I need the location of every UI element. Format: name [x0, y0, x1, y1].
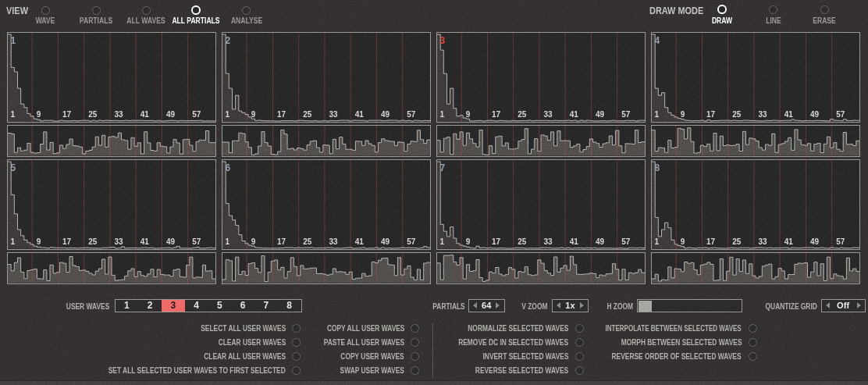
svg-text:9: 9 — [37, 110, 41, 119]
svg-text:25: 25 — [518, 110, 527, 119]
svg-text:49: 49 — [381, 110, 390, 119]
svg-text:49: 49 — [810, 237, 820, 245]
svg-text:1: 1 — [11, 110, 16, 119]
svg-text:33: 33 — [759, 237, 768, 245]
svg-text:5: 5 — [11, 162, 16, 173]
svg-text:25: 25 — [732, 110, 742, 119]
svg-text:25: 25 — [732, 237, 742, 245]
svg-text:25: 25 — [88, 237, 98, 245]
svg-text:57: 57 — [836, 237, 845, 245]
svg-text:17: 17 — [492, 237, 501, 245]
svg-text:25: 25 — [518, 237, 527, 245]
svg-text:1: 1 — [440, 237, 445, 245]
svg-text:41: 41 — [355, 110, 365, 119]
svg-text:9: 9 — [681, 237, 685, 245]
svg-text:49: 49 — [596, 110, 605, 119]
svg-text:1: 1 — [226, 237, 230, 245]
svg-text:17: 17 — [277, 237, 286, 245]
svg-text:9: 9 — [251, 110, 256, 119]
svg-text:49: 49 — [381, 237, 390, 245]
svg-text:49: 49 — [166, 237, 176, 245]
svg-text:1: 1 — [655, 110, 660, 119]
svg-text:57: 57 — [192, 110, 201, 119]
svg-text:17: 17 — [706, 237, 716, 245]
svg-text:33: 33 — [544, 110, 553, 119]
svg-text:17: 17 — [62, 237, 72, 245]
svg-text:33: 33 — [544, 237, 553, 245]
svg-text:33: 33 — [329, 110, 339, 119]
svg-text:41: 41 — [141, 237, 150, 245]
svg-text:1: 1 — [655, 237, 660, 245]
svg-text:25: 25 — [88, 110, 98, 119]
svg-text:1: 1 — [11, 237, 16, 245]
svg-text:25: 25 — [303, 110, 312, 119]
svg-text:33: 33 — [115, 237, 124, 245]
svg-text:6: 6 — [226, 162, 231, 173]
svg-text:49: 49 — [810, 110, 820, 119]
svg-text:41: 41 — [355, 237, 365, 245]
svg-text:17: 17 — [492, 110, 501, 119]
svg-text:17: 17 — [62, 110, 72, 119]
svg-text:41: 41 — [784, 237, 794, 245]
svg-text:1: 1 — [440, 110, 445, 119]
svg-text:7: 7 — [440, 162, 446, 173]
svg-text:57: 57 — [192, 237, 201, 245]
svg-text:41: 41 — [570, 110, 579, 119]
svg-text:33: 33 — [759, 110, 768, 119]
svg-text:2: 2 — [226, 35, 231, 46]
svg-text:9: 9 — [466, 237, 471, 245]
svg-text:33: 33 — [115, 110, 124, 119]
svg-text:57: 57 — [621, 237, 631, 245]
svg-text:4: 4 — [655, 35, 660, 46]
svg-text:49: 49 — [596, 237, 605, 245]
svg-text:8: 8 — [655, 162, 660, 173]
svg-text:41: 41 — [570, 237, 579, 245]
svg-text:41: 41 — [141, 110, 150, 119]
svg-text:57: 57 — [836, 110, 845, 119]
svg-text:25: 25 — [303, 237, 312, 245]
svg-text:1: 1 — [11, 35, 16, 46]
svg-text:33: 33 — [329, 237, 339, 245]
svg-text:1: 1 — [226, 110, 230, 119]
svg-text:17: 17 — [706, 110, 716, 119]
svg-text:49: 49 — [166, 110, 176, 119]
svg-text:9: 9 — [681, 110, 685, 119]
svg-text:57: 57 — [407, 110, 416, 119]
svg-text:41: 41 — [784, 110, 794, 119]
svg-text:57: 57 — [621, 110, 631, 119]
svg-text:3: 3 — [440, 35, 446, 46]
svg-text:9: 9 — [37, 237, 41, 245]
svg-text:17: 17 — [277, 110, 286, 119]
svg-text:57: 57 — [407, 237, 416, 245]
svg-text:9: 9 — [466, 110, 471, 119]
svg-text:9: 9 — [251, 237, 256, 245]
